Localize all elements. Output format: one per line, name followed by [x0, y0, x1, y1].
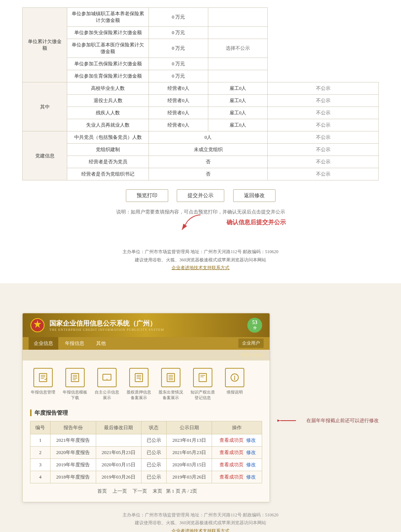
footer-link[interactable]: 企业者进地技术支持联系方式 [172, 265, 229, 270]
sub-label: 单位参加职工基本医疗保险累计欠缴金额 [67, 39, 149, 58]
preview-print-button[interactable]: 预览打印 [126, 189, 168, 202]
row-ops: 查看成功页 修改 [212, 446, 262, 458]
note-cell: 不公示 [268, 82, 379, 95]
row-pub-date: 2020年03月15日 [166, 458, 212, 471]
table-row: 2 2020年年度报告 2021年05月23日 已公示 2021年05月23日 … [30, 446, 262, 458]
enterprise-nav: 企业信息 年报信息 其他 企业用户 [23, 337, 270, 350]
note-cell [208, 8, 268, 27]
enterprise-card: 国家企业信用信息公示系统（广州） THE ENTERPRISE CREDIT I… [22, 313, 270, 502]
icon-equity-pledge[interactable]: 股权质押信息备案展示 [126, 368, 152, 401]
arrow-icon [178, 213, 208, 232]
note-cell [208, 70, 268, 82]
row-pub-date: 2019年03月26日 [166, 471, 212, 483]
icon-instructions[interactable]: 填报说明 [222, 368, 248, 401]
svg-rect-7 [167, 373, 175, 382]
value-cell: 否 [149, 168, 268, 180]
table-row: 1 2021年年度报告 已公示 2023年01月13日 查看成功页 修改 [30, 434, 262, 446]
icon-label: 知识产权出质登记信息 [190, 389, 216, 401]
icon-label: 年报信息管理 [31, 389, 55, 395]
enterprise-system-title: 国家企业信用信息公示系统（广州） [49, 319, 164, 328]
table-row: 单位参加生育保险累计欠缴金额 0 万元 [23, 70, 379, 82]
value-cell: 经营者0人 [149, 119, 208, 131]
table-row: 残疾人人数 经营者0人 雇工0人 不公示 [23, 107, 379, 119]
value-cell: 否 [149, 156, 268, 168]
value-cell: 0人 [149, 131, 268, 144]
nav-item-annual[interactable]: 年报信息 [60, 337, 89, 350]
row-year: 2019年年度报告 [50, 458, 96, 471]
nav-right: 企业用户 [238, 339, 264, 348]
value-cell: 雇工0人 [208, 95, 268, 107]
table-row: 经营者是否为党员 否 不公示 [23, 156, 379, 168]
bottom-section: 国家企业信用信息公示系统（广州） THE ENTERPRISE CREDIT I… [0, 306, 401, 532]
icon-template-download[interactable]: 年报信息模板下载 [62, 368, 88, 401]
table-row: 党组织建制 未成立党组织 不公示 [23, 144, 379, 156]
return-edit-button[interactable]: 返回修改 [233, 189, 276, 202]
score-number: 53 [252, 320, 257, 326]
view-success-link-1[interactable]: 查看成功页 [219, 437, 244, 443]
next-page[interactable]: 下一页 [133, 488, 147, 494]
col-header-year: 报告年份 [50, 421, 96, 434]
view-success-link-4[interactable]: 查看成功页 [219, 474, 244, 480]
row-edit-date: 2021年05月23日 [96, 446, 141, 458]
edit-link-3[interactable]: 修改 [246, 462, 256, 467]
data-table: 单位累计欠缴金额 单位参加城镇职工基本养老保险累计欠缴金额 0 万元 单位参加失… [22, 7, 379, 180]
top-section: 单位累计欠缴金额 单位参加城镇职工基本养老保险累计欠缴金额 0 万元 单位参加失… [0, 0, 401, 283]
sub-label: 单位参加生育保险累计欠缴金额 [67, 70, 149, 82]
table-row: 4 2018年年度报告 2019年03月26日 已公示 2019年03月26日 … [30, 471, 262, 483]
section-header-2: 其中 [23, 82, 67, 131]
footer-line2: 建议使用谷歌、火狐、360浏览器极速模式或苹果浏览器访问本网站 [22, 256, 379, 264]
note-cell: 选择不公示 [208, 39, 268, 58]
note-cell: 不公示 [268, 144, 379, 156]
pagination: 首页 上一页 下一页 末页 第 1 页 共 / 2页 [30, 488, 262, 495]
enterprise-header: 国家企业信用信息公示系统（广州） THE ENTERPRISE CREDIT I… [23, 313, 270, 337]
table-header-row: 编号 报告年份 最后修改日期 状态 公示日期 操作 [30, 421, 262, 434]
svg-rect-8 [199, 373, 206, 382]
value-cell: 0 万元 [149, 58, 208, 70]
icon-shareholder[interactable]: 股东出资情况备案展示 [158, 368, 184, 401]
instructions-icon [225, 368, 244, 387]
row-pub-date: 2021年05月23日 [166, 446, 212, 458]
first-page[interactable]: 首页 [97, 488, 107, 494]
nav-item-other[interactable]: 其他 [91, 337, 111, 350]
enterprise-system-title-en: THE ENTERPRISE CREDIT INFORMATION PUBLIC… [49, 328, 164, 332]
submit-publish-button[interactable]: 提交并公示 [177, 189, 224, 202]
table-row: 单位参加职工基本医疗保险累计欠缴金额 0 万元 选择不公示 [23, 39, 379, 58]
icon-label: 自主公示信息展示 [94, 389, 120, 401]
enterprise-content: 年报信息管理 年报信息模板下载 自主公示信息展示 [23, 360, 270, 502]
row-status: 已公示 [141, 434, 167, 446]
value-cell: 未成立党组织 [149, 144, 268, 156]
spacer [0, 283, 401, 306]
table-row: 其中 高校毕业生人数 经营者0人 雇工0人 不公示 [23, 82, 379, 95]
row-ops: 查看成功页 修改 [212, 471, 262, 483]
icon-public-display[interactable]: 自主公示信息展示 [94, 368, 120, 401]
prev-page[interactable]: 上一页 [113, 488, 127, 494]
table-row: 3 2019年年度报告 2020年03月15日 已公示 2020年03月15日 … [30, 458, 262, 471]
row-edit-date: 2019年03月26日 [96, 471, 141, 483]
edit-link-1[interactable]: 修改 [246, 437, 256, 443]
score-badge: 53 分 [247, 318, 262, 333]
view-success-link-3[interactable]: 查看成功页 [219, 462, 244, 467]
section-header-1: 单位累计欠缴金额 [23, 8, 67, 82]
right-annotation: 在届年年报截止前还可以进行修改 [277, 313, 379, 424]
note-cell: 不公示 [268, 107, 379, 119]
icon-ip-pledge[interactable]: 知识产权出质登记信息 [190, 368, 216, 401]
row-no: 3 [30, 458, 50, 471]
nav-item-enterprise[interactable]: 企业信息 [29, 337, 58, 350]
icon-menu: 年报信息管理 年报信息模板下载 自主公示信息展示 [30, 368, 262, 401]
national-emblem-icon [30, 318, 45, 333]
shareholder-icon [161, 368, 180, 387]
view-success-link-2[interactable]: 查看成功页 [219, 450, 244, 455]
footer-link[interactable]: 企业者进地技术支持联系方式 [172, 528, 229, 532]
row-status: 已公示 [141, 471, 167, 483]
equity-pledge-icon [129, 368, 149, 387]
row-edit-date: 2020年03月15日 [96, 458, 141, 471]
last-page[interactable]: 末页 [153, 488, 162, 494]
note-cell [208, 58, 268, 70]
edit-link-2[interactable]: 修改 [246, 450, 256, 455]
icon-label: 填报说明 [226, 389, 243, 395]
edit-link-4[interactable]: 修改 [246, 474, 256, 480]
edit-link[interactable]: 联络员修改 [23, 350, 270, 360]
icon-annual-report[interactable]: 年报信息管理 [30, 368, 56, 401]
icon-label: 股东出资情况备案展示 [158, 389, 184, 401]
sub-label: 单位参加失业保险累计欠缴金额 [67, 27, 149, 39]
